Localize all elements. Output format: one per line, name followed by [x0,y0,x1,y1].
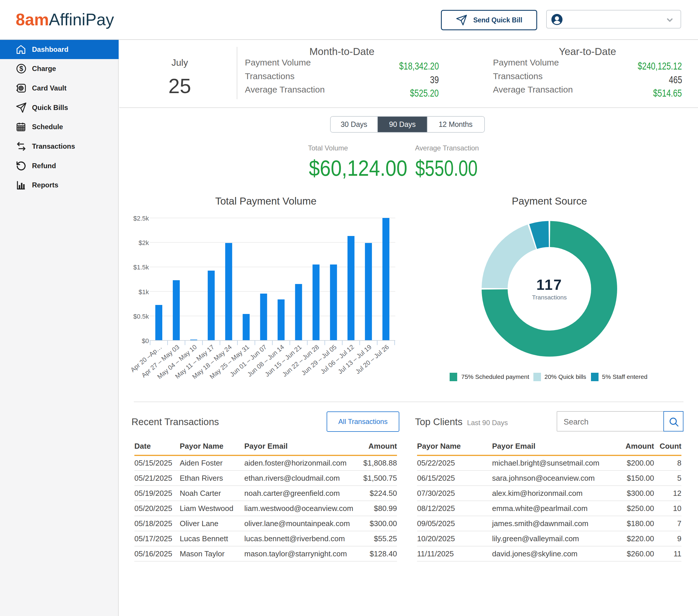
svg-text:$0: $0 [142,337,149,344]
svg-text:$0.5k: $0.5k [133,313,149,320]
svg-text:$: $ [19,65,23,72]
svg-text:75% Scheduled payment: 75% Scheduled payment [461,373,529,380]
svg-text:$2k: $2k [139,239,149,246]
svg-text:Payment Source: Payment Source [512,195,587,207]
svg-text:$1.5k: $1.5k [133,264,149,271]
svg-text:5% Staff entered: 5% Staff entered [602,373,647,380]
svg-text:117: 117 [536,277,562,293]
svg-text:$1k: $1k [139,288,149,296]
svg-text:20% Quick bills: 20% Quick bills [544,373,586,380]
svg-text:Transactions: Transactions [532,294,567,301]
svg-text:Total Payment Volume: Total Payment Volume [215,195,317,207]
svg-text:$2.5k: $2.5k [133,215,149,222]
